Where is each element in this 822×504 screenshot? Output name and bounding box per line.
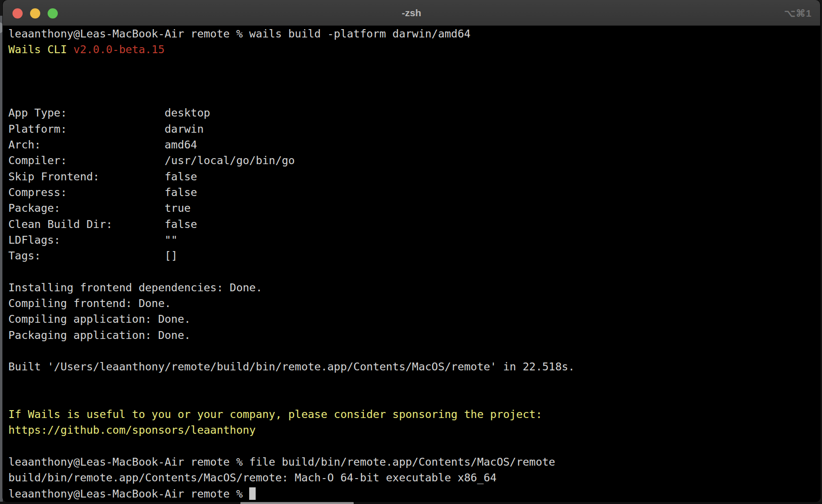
background-window-bottom-edge — [240, 502, 354, 504]
terminal-line — [8, 343, 820, 359]
terminal-line — [8, 264, 820, 279]
terminal-line: Built '/Users/leaanthony/remote/build/bi… — [8, 359, 820, 375]
terminal-line: Compiling application: Done. — [8, 311, 820, 327]
window-title: -zsh — [3, 0, 820, 25]
terminal-text-segment: Clean Build Dir: false — [8, 218, 197, 231]
window-titlebar[interactable]: -zsh ⌥⌘1 — [3, 0, 820, 26]
terminal-line: Compress: false — [8, 184, 820, 200]
terminal-text-segment: Arch: amd64 — [8, 138, 197, 151]
terminal-line — [8, 375, 820, 391]
terminal-text-segment: Packaging application: Done. — [8, 329, 190, 342]
terminal-text-segment: Installing frontend dependencies: Done. — [8, 281, 262, 294]
terminal-text-segment: Wails CLI — [8, 43, 74, 56]
terminal-text-segment: build/bin/remote.app/Contents/MacOS/remo… — [8, 471, 497, 484]
terminal-line: Installing frontend dependencies: Done. — [8, 280, 820, 295]
tab-shortcut-label: ⌥⌘1 — [784, 0, 812, 25]
terminal-line — [8, 438, 820, 454]
terminal-line: https://github.com/sponsors/leaanthony — [8, 422, 820, 438]
terminal-line: leaanthony@Leas-MacBook-Air remote % wai… — [8, 26, 820, 42]
terminal-text-segment: Compiler: /usr/local/go/bin/go — [8, 154, 295, 167]
terminal-line: Clean Build Dir: false — [8, 216, 820, 232]
terminal-text-segment: Skip Frontend: false — [8, 170, 197, 183]
terminal-window: -zsh ⌥⌘1 leaanthony@Leas-MacBook-Air rem… — [3, 0, 820, 502]
terminal-line — [8, 58, 820, 74]
terminal-line: Package: true — [8, 200, 820, 216]
desktop-background — [0, 502, 822, 504]
terminal-line: If Wails is useful to you or your compan… — [8, 406, 820, 422]
terminal-line — [8, 391, 820, 406]
terminal-line: leaanthony@Leas-MacBook-Air remote % fil… — [8, 454, 820, 470]
terminal-line — [8, 74, 820, 89]
terminal-line: Compiling frontend: Done. — [8, 295, 820, 311]
terminal-text-segment: Built '/Users/leaanthony/remote/build/bi… — [8, 360, 575, 373]
terminal-line: App Type: desktop — [8, 105, 820, 121]
terminal-line: Packaging application: Done. — [8, 327, 820, 343]
terminal-text-segment: If Wails is useful to you or your compan… — [8, 408, 542, 421]
terminal-line: build/bin/remote.app/Contents/MacOS/remo… — [8, 470, 820, 486]
terminal-text-segment: Tags: [] — [8, 249, 178, 262]
terminal-text-segment: App Type: desktop — [8, 106, 210, 119]
terminal-line — [8, 89, 820, 105]
terminal-screen[interactable]: leaanthony@Leas-MacBook-Air remote % wai… — [3, 26, 820, 502]
terminal-line: Compiler: /usr/local/go/bin/go — [8, 153, 820, 168]
terminal-text-segment: leaanthony@Leas-MacBook-Air remote % fil… — [8, 455, 555, 468]
terminal-text-segment: leaanthony@Leas-MacBook-Air remote % wai… — [8, 27, 471, 40]
terminal-text-segment: Compress: false — [8, 186, 197, 199]
terminal-line: Tags: [] — [8, 248, 820, 264]
terminal-line: Skip Frontend: false — [8, 169, 820, 184]
terminal-text-segment: Package: true — [8, 202, 190, 215]
text-cursor — [249, 487, 256, 500]
terminal-line: LDFlags: "" — [8, 232, 820, 248]
terminal-line: Platform: darwin — [8, 121, 820, 137]
terminal-text-segment: LDFlags: "" — [8, 234, 178, 246]
terminal-line: leaanthony@Leas-MacBook-Air remote % — [8, 486, 820, 502]
terminal-line: Arch: amd64 — [8, 137, 820, 153]
terminal-text-segment: Compiling application: Done. — [8, 313, 190, 326]
terminal-line: Wails CLI v2.0.0-beta.15 — [8, 42, 820, 57]
terminal-text-segment: Platform: darwin — [8, 123, 203, 135]
terminal-text-segment: v2.0.0-beta.15 — [74, 43, 165, 56]
terminal-text-segment: Compiling frontend: Done. — [8, 297, 171, 310]
terminal-text-segment: https://github.com/sponsors/leaanthony — [8, 424, 256, 436]
terminal-text-segment: leaanthony@Leas-MacBook-Air remote % — [8, 487, 249, 500]
